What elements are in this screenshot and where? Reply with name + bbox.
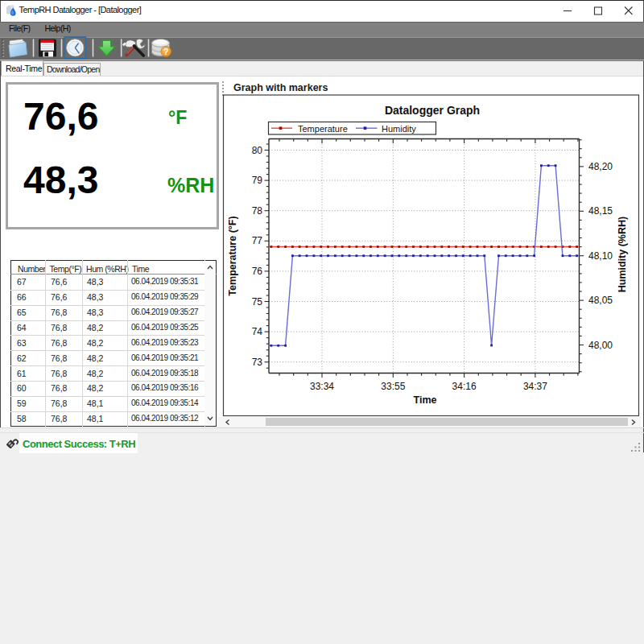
svg-text:78: 78 [252,205,263,217]
svg-text:Humidity: Humidity [382,124,416,134]
svg-text:Temperature: Temperature [298,124,348,134]
svg-text:48,10: 48,10 [588,250,613,262]
svg-text:48,05: 48,05 [588,295,613,306]
svg-text:75: 75 [252,296,263,308]
svg-text:79: 79 [252,175,263,186]
svg-text:73: 73 [252,357,263,368]
svg-text:74: 74 [252,326,263,337]
svg-text:Graph with markers: Graph with markers [233,82,328,93]
svg-text:48,00: 48,00 [588,340,613,351]
svg-text:?: ? [163,47,168,56]
svg-text:34:16: 34:16 [452,381,477,392]
svg-text:34:37: 34:37 [523,381,547,392]
svg-text:33:34: 33:34 [310,381,334,392]
svg-text:33:55: 33:55 [381,381,405,392]
svg-text:76: 76 [252,266,263,277]
svg-text:80: 80 [252,145,263,156]
svg-text:Datalogger Graph: Datalogger Graph [385,104,480,117]
svg-text:Humidity (%RH): Humidity (%RH) [617,217,628,292]
svg-text:Temperature (°F): Temperature (°F) [227,216,238,295]
svg-text:77: 77 [252,235,263,246]
svg-text:Time: Time [414,394,437,406]
svg-text:48,20: 48,20 [588,161,613,172]
svg-text:48,15: 48,15 [588,205,613,217]
